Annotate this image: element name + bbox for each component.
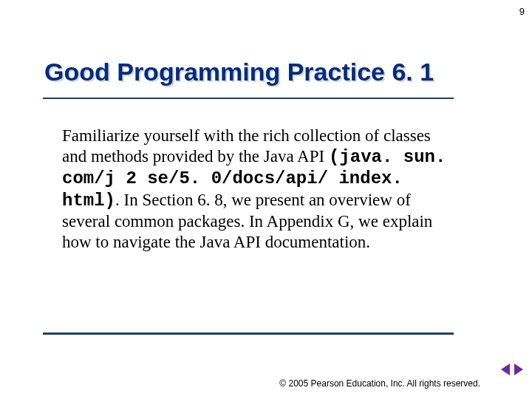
copyright-symbol: © [279,378,286,389]
title-underline [43,98,454,99]
body-outro: . In Section 6. 8, we present an overvie… [62,191,432,251]
body-paragraph: Familiarize yourself with the rich colle… [62,126,446,253]
nav-arrows [501,364,523,375]
slide-number: 9 [519,6,525,17]
prev-arrow-icon[interactable] [501,364,510,375]
footer-rule [43,332,454,335]
next-arrow-icon[interactable] [514,364,523,375]
slide-title: Good Programming Practice 6. 1 [44,58,434,86]
copyright-footer: © 2005 Pearson Education, Inc. All right… [279,378,480,389]
copyright-text: 2005 Pearson Education, Inc. All rights … [286,378,480,389]
